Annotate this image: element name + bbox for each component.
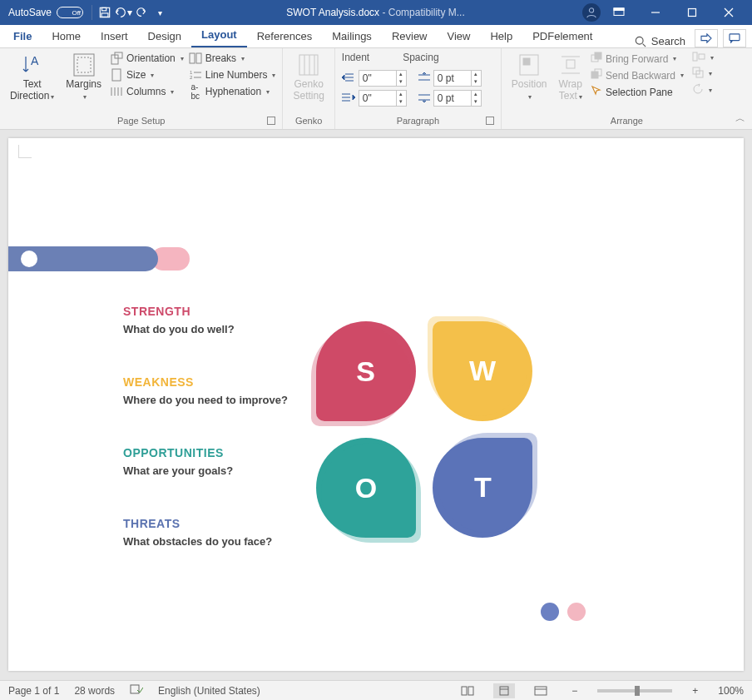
swot-text-block[interactable]: STRENGTHWhat do you do well? WEAKNESSWhe… bbox=[123, 305, 314, 588]
print-layout-icon[interactable] bbox=[493, 683, 515, 698]
position-icon bbox=[517, 53, 541, 77]
group-icon bbox=[692, 67, 704, 81]
indent-left-input[interactable]: ▴▾ bbox=[359, 70, 407, 87]
petal-strength[interactable]: S bbox=[316, 321, 416, 421]
strength-heading[interactable]: STRENGTH bbox=[123, 305, 314, 318]
space-before-input[interactable]: ▴▾ bbox=[433, 70, 482, 87]
save-icon[interactable] bbox=[96, 3, 114, 22]
autosave-toggle[interactable]: Off bbox=[57, 7, 83, 18]
bring-forward-button: Bring Forward▾ bbox=[591, 52, 684, 66]
zoom-out-button[interactable]: − bbox=[566, 685, 582, 697]
document-page[interactable]: STRENGTHWhat do you do well? WEAKNESSWhe… bbox=[8, 138, 744, 671]
strength-question[interactable]: What do you do well? bbox=[123, 323, 314, 335]
tab-pdfelement[interactable]: PDFelement bbox=[522, 25, 602, 47]
svg-rect-58 bbox=[468, 687, 473, 695]
svg-rect-1 bbox=[102, 7, 106, 11]
zoom-slider[interactable] bbox=[597, 689, 672, 693]
indent-right-input[interactable]: ▴▾ bbox=[359, 90, 407, 107]
maximize-icon[interactable] bbox=[674, 0, 710, 25]
indent-header: Indent bbox=[342, 52, 369, 63]
petal-opportunities[interactable]: O bbox=[316, 438, 416, 538]
zoom-in-button[interactable]: + bbox=[687, 685, 703, 697]
tab-help[interactable]: Help bbox=[480, 25, 522, 47]
search-button[interactable]: Search bbox=[628, 35, 692, 47]
paragraph-dialog-launcher[interactable] bbox=[486, 117, 494, 125]
svg-rect-7 bbox=[689, 9, 696, 17]
spellcheck-icon[interactable] bbox=[130, 683, 143, 698]
hyphenation-button[interactable]: a-bcHyphenation▾ bbox=[189, 85, 276, 98]
svg-point-10 bbox=[636, 37, 643, 44]
selection-pane-button[interactable]: Selection Pane bbox=[591, 85, 684, 99]
document-area[interactable]: STRENGTHWhat do you do well? WEAKNESSWhe… bbox=[0, 130, 752, 680]
svg-rect-23 bbox=[190, 53, 195, 63]
tab-review[interactable]: Review bbox=[382, 25, 438, 47]
footer-dots[interactable] bbox=[541, 603, 586, 621]
opportunities-question[interactable]: What are your goals? bbox=[123, 464, 314, 477]
user-account-icon[interactable] bbox=[582, 3, 601, 22]
petal-weakness[interactable]: W bbox=[433, 321, 532, 421]
columns-button[interactable]: Columns▾ bbox=[110, 85, 184, 98]
tab-design[interactable]: Design bbox=[138, 25, 191, 47]
svg-rect-57 bbox=[462, 687, 467, 695]
group-label-page-setup: Page Setup bbox=[117, 116, 166, 126]
status-words[interactable]: 28 words bbox=[74, 685, 115, 697]
tab-insert[interactable]: Insert bbox=[91, 25, 138, 47]
read-mode-icon[interactable] bbox=[457, 683, 478, 698]
swot-petal-diagram[interactable]: S W O T bbox=[316, 321, 532, 538]
threats-question[interactable]: What obstacles do you face? bbox=[123, 535, 314, 548]
title-bar: AutoSave Off ▾ ▾ SWOT Analysis.docx - Co… bbox=[0, 0, 752, 25]
banner-shape[interactable] bbox=[8, 246, 190, 271]
comments-button[interactable] bbox=[723, 29, 746, 47]
web-layout-icon[interactable] bbox=[530, 683, 552, 698]
selection-pane-icon bbox=[591, 85, 602, 99]
group-page-setup: A Text Direction▾ Margins▾ Orientation▾ … bbox=[0, 48, 283, 129]
line-numbers-icon: 12 bbox=[189, 68, 202, 82]
size-button[interactable]: Size▾ bbox=[110, 68, 184, 82]
minimize-icon[interactable] bbox=[637, 0, 674, 25]
page-setup-dialog-launcher[interactable] bbox=[267, 117, 275, 125]
zoom-level[interactable]: 100% bbox=[718, 685, 744, 697]
customize-qat-icon[interactable]: ▾ bbox=[151, 3, 169, 22]
svg-rect-49 bbox=[595, 52, 601, 59]
tab-home[interactable]: Home bbox=[42, 25, 91, 47]
group-label-paragraph: Paragraph bbox=[397, 116, 439, 126]
ribbon-tabs: File Home Insert Design Layout Reference… bbox=[0, 25, 752, 48]
redo-icon[interactable] bbox=[132, 3, 151, 22]
search-icon bbox=[635, 36, 646, 47]
share-button[interactable] bbox=[695, 29, 718, 47]
status-language[interactable]: English (United States) bbox=[158, 685, 260, 697]
orientation-button[interactable]: Orientation▾ bbox=[110, 52, 184, 65]
hyphenation-icon: a-bc bbox=[189, 85, 202, 98]
tab-mailings[interactable]: Mailings bbox=[322, 25, 382, 47]
svg-line-11 bbox=[642, 43, 646, 47]
svg-rect-56 bbox=[131, 685, 139, 693]
close-icon[interactable] bbox=[710, 0, 747, 25]
rotate-button: ▾ bbox=[692, 83, 714, 97]
breaks-button[interactable]: Breaks▾ bbox=[189, 52, 276, 65]
ribbon-display-options-icon[interactable] bbox=[601, 0, 637, 25]
line-numbers-button[interactable]: 12Line Numbers▾ bbox=[189, 68, 276, 82]
space-after-input[interactable]: ▴▾ bbox=[433, 90, 482, 107]
text-direction-button[interactable]: A Text Direction▾ bbox=[7, 52, 57, 112]
undo-icon[interactable]: ▾ bbox=[114, 3, 132, 22]
opportunities-heading[interactable]: OPPORTUNITIES bbox=[123, 446, 314, 459]
tab-view[interactable]: View bbox=[438, 25, 481, 47]
status-page[interactable]: Page 1 of 1 bbox=[8, 685, 59, 697]
weakness-question[interactable]: Where do you need to improve? bbox=[123, 394, 314, 406]
group-label-arrange: Arrange bbox=[508, 112, 745, 127]
svg-rect-12 bbox=[730, 34, 740, 41]
petal-threats[interactable]: T bbox=[433, 438, 532, 538]
genko-icon bbox=[297, 53, 320, 77]
svg-rect-45 bbox=[566, 60, 575, 68]
margins-button[interactable]: Margins▾ bbox=[62, 52, 105, 112]
weakness-heading[interactable]: WEAKNESS bbox=[123, 375, 314, 389]
genko-setting-button: Genko Setting bbox=[289, 52, 327, 112]
wrap-text-icon bbox=[559, 53, 582, 77]
collapse-ribbon-icon[interactable]: ︿ bbox=[735, 112, 745, 126]
threats-heading[interactable]: THREATS bbox=[123, 517, 314, 530]
tab-layout[interactable]: Layout bbox=[191, 23, 247, 47]
svg-rect-51 bbox=[591, 72, 598, 78]
svg-rect-52 bbox=[693, 52, 697, 61]
tab-file[interactable]: File bbox=[3, 25, 42, 47]
tab-references[interactable]: References bbox=[247, 25, 322, 47]
